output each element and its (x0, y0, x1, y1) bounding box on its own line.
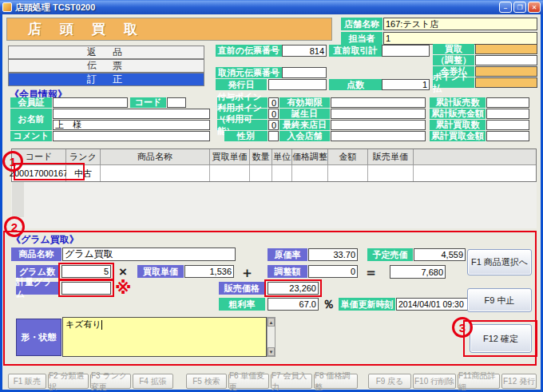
mode-item-return[interactable]: 返 品 (8, 46, 204, 59)
fkey-f5-search[interactable]: F5 検索 (186, 374, 227, 389)
col-unit: 単位 (272, 149, 292, 165)
join-store-label: 入会店舗 (279, 131, 330, 141)
unit-price-label: 買取単価 (137, 265, 184, 278)
plan-price-field: 4,559 (414, 248, 466, 261)
margin-label: 粗利率 (219, 298, 265, 311)
join-store-field (331, 131, 426, 141)
fkey-f3-rank[interactable]: F3 ランク変更 (90, 374, 131, 389)
fkey-f12-issue[interactable]: F12 発行 (501, 374, 537, 389)
cell-rank: 中古 (66, 165, 101, 181)
sell-price-field[interactable]: 23,260 (268, 282, 319, 295)
cum-buy-count-field (486, 120, 529, 130)
member-code-field[interactable] (167, 97, 186, 108)
prev-total-field[interactable] (382, 45, 430, 57)
adjust-amount-field[interactable]: 0 (308, 265, 358, 278)
col-sell-price: 販売単価 (368, 149, 414, 165)
items-table-header: コード ランク 商品名称 買取単価 数量 単位 価格調整 金額 販売単価 (12, 149, 536, 165)
annotation-circle-3: 3 (452, 317, 473, 338)
member-name-field-2[interactable]: 上 様 (53, 120, 210, 130)
prev-slip-label: 直前の伝票番号 (216, 45, 282, 57)
weigh-grams-field[interactable] (61, 282, 111, 295)
store-name-field[interactable]: 167:テスト店 (383, 18, 537, 30)
adjust-pay-label: （調整） (433, 55, 474, 65)
page-title: 店 頭 買 取 (28, 20, 140, 38)
fkey-f1-sell[interactable]: F1 販売 (8, 374, 46, 389)
sell-price-label: 販売価格 (219, 282, 265, 295)
equals-sign: ＝ (364, 263, 378, 282)
member-name-field-1[interactable] (53, 109, 210, 119)
cum-sales-count-label: 累計販売数 (430, 97, 486, 108)
condition-text: キズ有り (65, 319, 101, 329)
margin-field: 67.0 (268, 298, 319, 311)
buy-field[interactable] (475, 44, 537, 54)
item-count-label: 点数 (329, 79, 382, 90)
window-title: 店頭処理 TCST0200 (15, 2, 95, 14)
condition-label: 形・状態 (16, 319, 61, 356)
minimize-icon[interactable]: – (499, 2, 512, 13)
cost-rate-field: 33.70 (308, 248, 358, 261)
close-icon[interactable]: ✕ (528, 2, 541, 13)
col-amount: 金額 (328, 149, 368, 165)
total-amount-field: 7,680 (390, 265, 446, 279)
mode-item-slip[interactable]: 伝 票 (8, 59, 204, 73)
fkey-f2-category[interactable]: F2 分類選択 (48, 374, 89, 389)
member-code-label: コード (130, 97, 166, 108)
plan-price-label: 予定売価 (367, 248, 413, 261)
grams-field[interactable]: 5 (61, 265, 111, 278)
cum-buy-amount-field (486, 131, 529, 141)
reference-mark: ※ (115, 279, 131, 298)
gram-product-label: 商品名称 (11, 247, 61, 261)
price-updated-label: 単価更新時刻 (339, 298, 395, 311)
cell-sell-price (368, 165, 414, 181)
col-qty: 数量 (250, 149, 272, 165)
fkey-f8-adjust[interactable]: F8 価格調整 (314, 374, 358, 389)
prev-total-label: 直前取引計 (329, 45, 382, 57)
mode-item-correction[interactable]: 訂 正 (8, 73, 204, 86)
scroll-down-icon[interactable]: ▼ (268, 347, 275, 356)
annotation-circle-2: 2 (4, 216, 25, 237)
col-adjust: 価格調整 (292, 149, 328, 165)
cell-unit (272, 165, 292, 181)
member-comment-field[interactable] (53, 131, 210, 141)
cancel-slip-field[interactable] (282, 67, 327, 78)
adjust-pay-field[interactable] (475, 55, 537, 65)
table-row[interactable]: 200017000167 中古 (12, 165, 536, 181)
gram-product-field[interactable]: グラム買取 (62, 247, 236, 261)
abort-button[interactable]: F9 中止 (467, 288, 532, 312)
member-name-label: お名前 (10, 109, 52, 130)
scroll-up-icon[interactable]: ▲ (268, 318, 275, 327)
cum-sales-count-field (486, 97, 529, 108)
fkey-f7-member[interactable]: F7 会員入力 (271, 374, 312, 389)
cell-buy-price (210, 165, 250, 181)
point-pay-field[interactable] (475, 77, 537, 88)
items-table: コード ランク 商品名称 買取単価 数量 単位 価格調整 金額 販売単価 200… (11, 148, 537, 182)
cum-sales-amount-field (486, 109, 529, 119)
voucher-field[interactable] (475, 66, 537, 77)
confirm-button[interactable]: F12 確定 (470, 324, 532, 353)
issue-date-label: 発行日 (216, 79, 267, 90)
available-points-field: 0 (268, 120, 279, 130)
use-points-field: 0 (268, 109, 279, 119)
item-count-field[interactable]: 1 (382, 79, 430, 90)
fkey-f6-unit-price[interactable]: F6 単価変更 (228, 374, 269, 389)
product-select-button[interactable]: F1 商品選択へ (467, 249, 532, 275)
maximize-icon[interactable]: ❐ (513, 2, 526, 13)
prev-slip-field[interactable]: 814 (282, 45, 327, 57)
cum-buy-count-label: 累計買取数 (430, 120, 486, 130)
member-comment-label: コメント (10, 131, 52, 141)
issue-date-field[interactable] (268, 79, 327, 90)
page-header-band: 店 頭 買 取 (6, 18, 332, 41)
cell-product (101, 165, 210, 181)
text-caret (101, 320, 102, 330)
memo-scrollbar[interactable]: ▲ ▼ (267, 317, 275, 357)
row-selector-strip (12, 182, 24, 217)
birthday-label: 誕生日 (279, 109, 330, 119)
condition-textarea[interactable]: キズ有り (62, 317, 267, 357)
fkey-f11-detail[interactable]: F11商品詳細 (458, 374, 500, 389)
member-card-field[interactable] (53, 97, 128, 108)
fkey-f9-back[interactable]: F9 戻る (368, 374, 411, 389)
plus-sign: ＋ (240, 263, 254, 282)
expiry-label: 有効期限 (279, 97, 330, 108)
fkey-f4-extend[interactable]: F4 拡張 (133, 374, 173, 389)
fkey-f10-delete-row[interactable]: F10 行削除 (413, 374, 456, 389)
